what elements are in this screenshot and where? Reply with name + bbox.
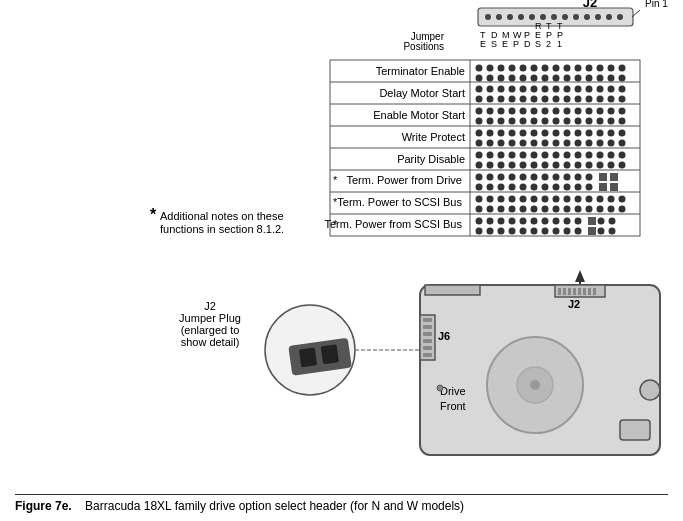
svg-point-12 bbox=[606, 14, 612, 20]
svg-point-70 bbox=[575, 75, 582, 82]
row-label-5: Parity Disable bbox=[397, 153, 465, 165]
svg-point-153 bbox=[564, 140, 571, 147]
svg-point-94 bbox=[531, 96, 538, 103]
svg-point-226 bbox=[619, 196, 626, 203]
svg-point-106 bbox=[509, 108, 516, 115]
svg-point-9 bbox=[573, 14, 579, 20]
svg-point-164 bbox=[531, 152, 538, 159]
svg-point-262 bbox=[564, 228, 571, 235]
svg-point-89 bbox=[476, 96, 483, 103]
svg-point-77 bbox=[498, 86, 505, 93]
svg-point-10 bbox=[584, 14, 590, 20]
svg-point-223 bbox=[586, 196, 593, 203]
svg-rect-284 bbox=[423, 353, 432, 357]
svg-point-235 bbox=[564, 206, 571, 213]
svg-rect-274 bbox=[573, 288, 576, 295]
svg-text:Pin 1: Pin 1 bbox=[645, 0, 668, 9]
svg-point-243 bbox=[498, 218, 505, 225]
svg-point-193 bbox=[542, 174, 549, 181]
svg-text:J2: J2 bbox=[583, 0, 597, 10]
svg-rect-278 bbox=[593, 288, 596, 295]
svg-point-172 bbox=[619, 152, 626, 159]
svg-point-126 bbox=[575, 118, 582, 125]
svg-point-121 bbox=[520, 118, 527, 125]
jumper-plug-label-enlarged: (enlarged to bbox=[181, 324, 240, 336]
svg-point-175 bbox=[498, 162, 505, 169]
svg-text:T: T bbox=[546, 21, 552, 31]
svg-point-107 bbox=[520, 108, 527, 115]
svg-point-229 bbox=[498, 206, 505, 213]
svg-point-209 bbox=[575, 184, 582, 191]
diagram-svg: J2 Pin 1 T D M W P E P P E S E P D S 2 1… bbox=[0, 0, 683, 475]
svg-point-133 bbox=[498, 130, 505, 137]
drive-front-label-line2: Front bbox=[440, 400, 466, 412]
svg-point-248 bbox=[553, 218, 560, 225]
svg-point-150 bbox=[531, 140, 538, 147]
svg-point-237 bbox=[586, 206, 593, 213]
svg-point-160 bbox=[487, 152, 494, 159]
svg-point-13 bbox=[617, 14, 623, 20]
svg-point-128 bbox=[597, 118, 604, 125]
svg-point-219 bbox=[542, 196, 549, 203]
svg-point-122 bbox=[531, 118, 538, 125]
svg-point-163 bbox=[520, 152, 527, 159]
svg-point-3 bbox=[507, 14, 513, 20]
svg-point-169 bbox=[586, 152, 593, 159]
svg-point-155 bbox=[586, 140, 593, 147]
svg-rect-281 bbox=[423, 332, 432, 336]
figure-title: Barracuda 18XL family drive option selec… bbox=[85, 499, 464, 513]
svg-point-179 bbox=[542, 162, 549, 169]
svg-point-92 bbox=[509, 96, 516, 103]
svg-text:*: * bbox=[333, 174, 338, 186]
svg-point-221 bbox=[564, 196, 571, 203]
svg-point-98 bbox=[575, 96, 582, 103]
svg-point-87 bbox=[608, 86, 615, 93]
svg-point-266 bbox=[609, 228, 616, 235]
svg-point-73 bbox=[608, 75, 615, 82]
jumper-plug-label-show: show detail) bbox=[181, 336, 240, 348]
dot-grid-row8 bbox=[476, 217, 616, 235]
svg-point-117 bbox=[476, 118, 483, 125]
up-arrow-icon bbox=[575, 270, 585, 282]
svg-point-2 bbox=[496, 14, 502, 20]
svg-text:D: D bbox=[524, 39, 531, 49]
svg-point-214 bbox=[487, 196, 494, 203]
svg-point-125 bbox=[564, 118, 571, 125]
svg-point-156 bbox=[597, 140, 604, 147]
svg-rect-198 bbox=[599, 173, 607, 181]
svg-point-56 bbox=[575, 65, 582, 72]
svg-point-255 bbox=[487, 228, 494, 235]
svg-point-183 bbox=[586, 162, 593, 169]
dot-grid-row2 bbox=[476, 86, 626, 103]
svg-point-67 bbox=[542, 75, 549, 82]
svg-point-171 bbox=[608, 152, 615, 159]
svg-point-170 bbox=[597, 152, 604, 159]
svg-point-76 bbox=[487, 86, 494, 93]
svg-point-55 bbox=[564, 65, 571, 72]
svg-text:E: E bbox=[480, 39, 486, 49]
svg-point-6 bbox=[540, 14, 546, 20]
svg-point-217 bbox=[520, 196, 527, 203]
row-label-1: Terminator Enable bbox=[376, 65, 465, 77]
svg-point-144 bbox=[619, 130, 626, 137]
svg-rect-277 bbox=[588, 288, 591, 295]
svg-point-11 bbox=[595, 14, 601, 20]
svg-point-149 bbox=[520, 140, 527, 147]
svg-point-86 bbox=[597, 86, 604, 93]
svg-point-132 bbox=[487, 130, 494, 137]
svg-point-102 bbox=[619, 96, 626, 103]
svg-text:2: 2 bbox=[546, 39, 551, 49]
svg-point-192 bbox=[531, 174, 538, 181]
svg-point-81 bbox=[542, 86, 549, 93]
svg-point-177 bbox=[520, 162, 527, 169]
svg-point-83 bbox=[564, 86, 571, 93]
svg-point-205 bbox=[531, 184, 538, 191]
dot-grid-row5 bbox=[476, 152, 626, 169]
svg-point-238 bbox=[597, 206, 604, 213]
svg-point-50 bbox=[509, 65, 516, 72]
svg-point-213 bbox=[476, 196, 483, 203]
svg-point-138 bbox=[553, 130, 560, 137]
svg-rect-282 bbox=[423, 339, 432, 343]
svg-text:1: 1 bbox=[557, 39, 562, 49]
svg-point-247 bbox=[542, 218, 549, 225]
